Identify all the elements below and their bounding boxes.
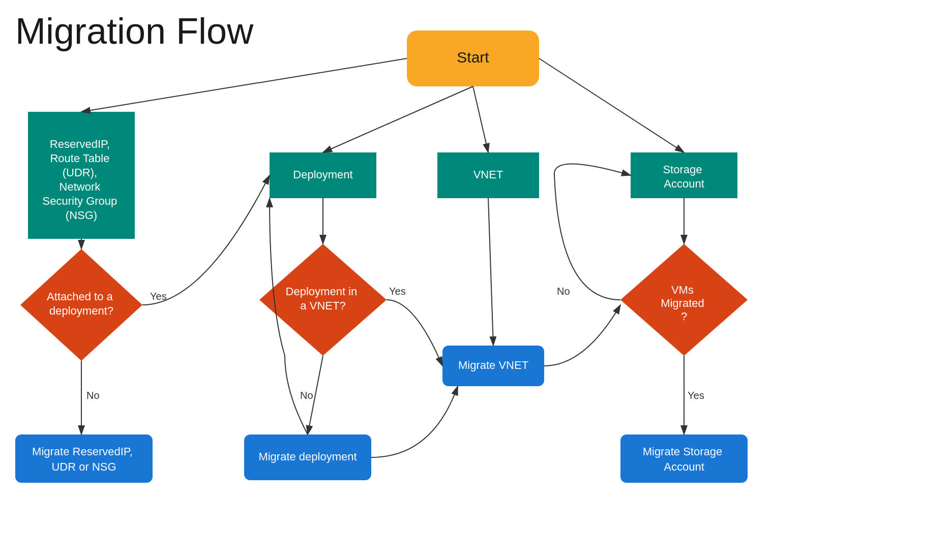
migrate-deployment-node: Migrate deployment — [244, 434, 371, 480]
edge-vmsmigrated-no-storage — [554, 164, 631, 300]
edge-migratedeployment-migratvnet — [371, 386, 458, 457]
edge-deploymentvnet-yes-migratevnet — [387, 300, 442, 366]
edge-migratevnet-vmsdiamond — [544, 305, 620, 366]
migrate-vnet-node: Migrate VNET — [442, 346, 544, 386]
storage-account-node: Storage Account — [631, 152, 737, 198]
migrate-reservedip-node: Migrate ReservedIP, UDR or NSG — [15, 434, 153, 483]
deployment-vnet-diamond: Deployment in a VNET? — [259, 244, 387, 356]
reservedip-node: ReservedIP, Route Table (UDR), Network S… — [28, 112, 135, 239]
migrate-vnet-label: Migrate VNET — [458, 359, 528, 371]
vms-migrated-diamond: VMs Migrated ? — [620, 244, 748, 356]
edge-start-vnet — [473, 86, 488, 152]
flowchart: Start ReservedIP, Route Table (UDR), Net… — [0, 0, 949, 560]
label-no-vms: No — [557, 286, 570, 297]
vnet-node: VNET — [437, 152, 539, 198]
label-yes-vms: Yes — [688, 390, 704, 401]
svg-rect-11 — [15, 434, 153, 483]
attached-diamond: Attached to a deployment? — [20, 249, 142, 361]
vnet-label: VNET — [473, 168, 503, 181]
label-no-deployment: No — [300, 390, 313, 401]
label-no-attached: No — [86, 390, 100, 401]
edge-start-deployment — [323, 86, 473, 152]
deployment-label: Deployment — [293, 168, 352, 181]
svg-rect-13 — [620, 434, 748, 483]
edge-start-reservedip — [81, 58, 407, 112]
label-yes-deployment: Yes — [389, 286, 406, 297]
edge-start-storage — [539, 58, 684, 152]
migrate-deployment-label: Migrate deployment — [258, 450, 357, 463]
start-node: Start — [407, 30, 539, 86]
edge-vnet-migratevnet — [488, 198, 493, 346]
label-yes-attached: Yes — [150, 291, 167, 302]
deployment-node: Deployment — [270, 152, 376, 198]
edge-attached-yes-deployment — [142, 175, 270, 305]
migrate-storage-node: Migrate Storage Account — [620, 434, 748, 483]
start-label: Start — [457, 49, 489, 66]
